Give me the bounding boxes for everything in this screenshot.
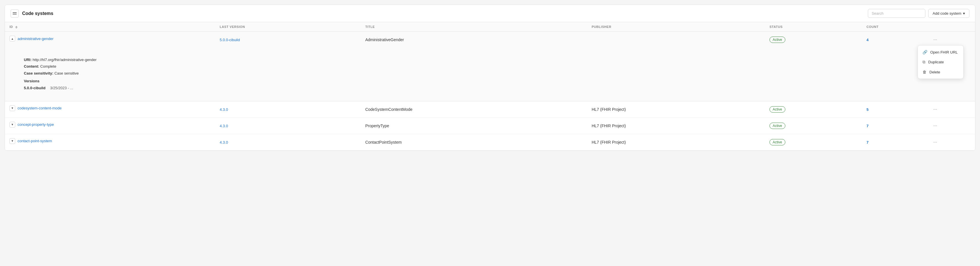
id-cell: ▲administrative-gender: [5, 32, 215, 45]
more-button[interactable]: ···: [931, 138, 939, 146]
title-cell: AdministrativeGender: [361, 32, 587, 48]
context-menu-duplicate[interactable]: ⧉ Duplicate: [918, 57, 963, 67]
count-value: 7: [866, 124, 869, 128]
version-link[interactable]: 4.3.0: [220, 107, 228, 112]
more-button[interactable]: ···: [931, 122, 939, 130]
more-cell: ···: [926, 134, 975, 150]
table-row: ▼codesystem-content-mode4.3.0CodeSystemC…: [5, 101, 975, 117]
version-row: 5.0.0-cibuild 3/25/2023 - ...: [24, 85, 965, 91]
status-cell: Active: [765, 32, 862, 48]
count-cell: 5: [862, 101, 926, 117]
more-cell: ···: [926, 101, 975, 117]
code-systems-table: ID LAST VERSION TITLE PUBLISHER STATUS C…: [5, 22, 975, 151]
count-value: 5: [866, 107, 869, 112]
expand-button[interactable]: ▼: [10, 138, 15, 144]
id-link[interactable]: contact-point-system: [18, 139, 52, 143]
expand-button[interactable]: ▼: [10, 105, 15, 111]
title-cell: CodeSystemContentMode: [361, 101, 587, 117]
count-cell: 4: [862, 32, 926, 48]
more-cell: ···: [926, 117, 975, 134]
status-badge: Active: [770, 139, 785, 145]
expand-button[interactable]: ▼: [10, 122, 15, 128]
version-cell: 4.3.0: [215, 101, 361, 117]
versions-section: Versions 5.0.0-cibuild 3/25/2023 - ...: [24, 78, 965, 91]
versions-label: Versions: [24, 78, 965, 84]
chevron-down-icon: ▾: [963, 11, 965, 16]
status-cell: Active: [765, 117, 862, 134]
col-header-id: ID: [5, 22, 215, 32]
add-code-system-button[interactable]: Add code system ▾: [928, 9, 969, 18]
count-cell: 7: [862, 134, 926, 150]
id-cell: ▼contact-point-system: [5, 134, 215, 148]
status-badge: Active: [770, 123, 785, 129]
collapse-button[interactable]: ▲: [10, 36, 15, 42]
id-link[interactable]: administrative-gender: [18, 37, 54, 41]
col-header-count: COUNT: [862, 22, 926, 32]
context-menu-duplicate-label: Duplicate: [928, 60, 944, 64]
page-title: Code systems: [22, 11, 54, 16]
version-cell: 4.3.0: [215, 117, 361, 134]
sort-icon-id[interactable]: [15, 26, 18, 29]
id-link[interactable]: concept-property-type: [18, 122, 54, 127]
search-input[interactable]: [868, 9, 925, 18]
more-button[interactable]: ···: [931, 36, 939, 44]
id-cell: ▼concept-property-type: [5, 118, 215, 131]
publisher-cell: HL7 (FHIR Project): [587, 117, 765, 134]
publisher-cell: HL7 (FHIR Project): [587, 101, 765, 117]
context-menu: 🔗 Open FHIR URL ⧉ Duplicate 🗑 Delete: [918, 45, 964, 79]
count-value: 4: [866, 38, 869, 42]
add-button-label: Add code system: [932, 11, 961, 16]
id-cell: ▼codesystem-content-mode: [5, 101, 215, 115]
status-badge: Active: [770, 106, 785, 112]
version-date: 3/25/2023 - ...: [50, 85, 73, 91]
header-left: Code systems: [11, 10, 54, 18]
detail-cell: URI: http://hl7.org/fhir/administrative-…: [5, 48, 975, 101]
status-cell: Active: [765, 134, 862, 150]
header-right: Add code system ▾: [868, 9, 969, 18]
status-badge: Active: [770, 37, 785, 43]
page-header: Code systems Add code system ▾: [5, 5, 975, 22]
content-line: Content: Complete: [24, 63, 965, 70]
more-button[interactable]: ···: [931, 105, 939, 114]
publisher-cell: HL7 (FHIR Project): [587, 134, 765, 150]
version-cell: 5.0.0-cibuild: [215, 32, 361, 48]
status-cell: Active: [765, 101, 862, 117]
detail-row: URI: http://hl7.org/fhir/administrative-…: [5, 48, 975, 101]
uri-line: URI: http://hl7.org/fhir/administrative-…: [24, 56, 965, 63]
col-header-version: LAST VERSION: [215, 22, 361, 32]
version-link[interactable]: 5.0.0-cibuild: [220, 38, 240, 42]
case-sensitivity-line: Case sensitivity: Case sensitive: [24, 70, 965, 77]
table-header: ID LAST VERSION TITLE PUBLISHER STATUS C…: [5, 22, 975, 32]
table-row: ▲administrative-gender5.0.0-cibuildAdmin…: [5, 32, 975, 48]
col-header-title: TITLE: [361, 22, 587, 32]
publisher-cell: [587, 32, 765, 48]
context-menu-open-fhir[interactable]: 🔗 Open FHIR URL: [918, 47, 963, 57]
trash-icon: 🗑: [923, 70, 926, 74]
version-id: 5.0.0-cibuild: [24, 85, 45, 91]
count-value: 7: [866, 140, 869, 144]
link-icon: 🔗: [923, 50, 928, 54]
col-header-publisher: PUBLISHER: [587, 22, 765, 32]
version-link[interactable]: 4.3.0: [220, 124, 228, 128]
version-cell: 4.3.0: [215, 134, 361, 150]
version-link[interactable]: 4.3.0: [220, 140, 228, 144]
title-cell: ContactPointSystem: [361, 134, 587, 150]
table-body: ▲administrative-gender5.0.0-cibuildAdmin…: [5, 32, 975, 151]
id-link[interactable]: codesystem-content-mode: [18, 106, 62, 110]
table-row: ▼concept-property-type4.3.0PropertyTypeH…: [5, 117, 975, 134]
sidebar-toggle-icon: [13, 12, 17, 14]
count-cell: 7: [862, 117, 926, 134]
context-menu-open-fhir-label: Open FHIR URL: [930, 50, 958, 54]
col-header-status: STATUS: [765, 22, 862, 32]
table-row: ▼contact-point-system4.3.0ContactPointSy…: [5, 134, 975, 150]
context-menu-delete-label: Delete: [929, 70, 940, 74]
title-cell: PropertyType: [361, 117, 587, 134]
context-menu-delete[interactable]: 🗑 Delete: [918, 67, 963, 77]
duplicate-icon: ⧉: [923, 59, 925, 64]
sidebar-toggle-button[interactable]: [11, 10, 19, 18]
